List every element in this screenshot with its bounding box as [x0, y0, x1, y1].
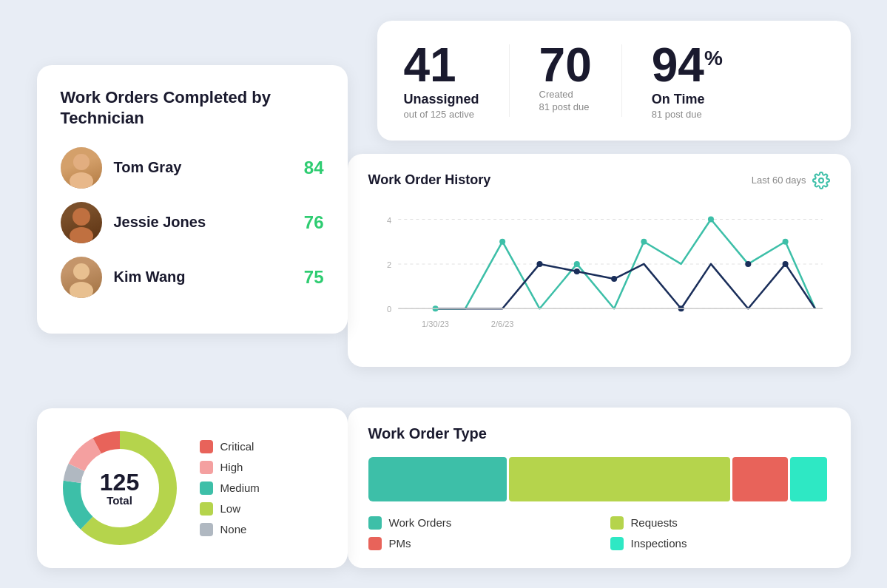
svg-point-19: [641, 238, 647, 244]
tech-name-kim: Kim Wang: [114, 268, 292, 285]
dashboard: 41 Unassigned out of 125 active 70 Creat…: [37, 21, 851, 568]
technician-card-title: Work Orders Completed by Technician: [61, 87, 324, 129]
avatar-tom: [61, 147, 102, 189]
svg-point-3: [72, 208, 90, 226]
legend-medium: Medium: [200, 481, 260, 495]
type-legend-work-orders: Work Orders: [368, 516, 588, 530]
type-legend-requests: Requests: [610, 516, 830, 530]
history-header: Work Order History Last 60 days: [368, 172, 830, 189]
stat-ontime-label: On Time: [652, 92, 723, 107]
stat-unassigned-sub: out of 125 active: [404, 109, 479, 120]
stats-card: 41 Unassigned out of 125 active 70 Creat…: [377, 21, 851, 141]
svg-text:4: 4: [387, 215, 391, 224]
type-label-requests: Requests: [631, 516, 678, 529]
legend-label-high: High: [220, 461, 243, 473]
bar-requests: [509, 457, 731, 501]
tech-row-jessie: Jessie Jones 76: [61, 202, 324, 243]
donut-total-number: 125: [100, 470, 139, 493]
tech-row-kim: Kim Wang 75: [61, 257, 324, 298]
work-order-type-card: Work Order Type Work Orders Requests PMs: [348, 408, 851, 568]
legend-critical: Critical: [200, 440, 260, 453]
tech-name-tom: Tom Gray: [114, 159, 292, 176]
stat-ontime-number: 94%: [652, 41, 723, 89]
history-meta: Last 60 days: [752, 172, 830, 189]
legend-dot-low: [200, 502, 213, 516]
legend-low: Low: [200, 502, 260, 516]
donut-total-label: Total: [100, 493, 139, 506]
svg-point-22: [536, 260, 542, 266]
tech-score-tom: 84: [304, 158, 324, 178]
svg-text:1/30/23: 1/30/23: [422, 320, 449, 328]
legend-high: High: [200, 461, 260, 474]
legend-label-medium: Medium: [220, 481, 260, 494]
svg-text:2: 2: [387, 260, 391, 268]
stat-unassigned: 41 Unassigned out of 125 active: [404, 41, 479, 120]
legend-label-critical: Critical: [220, 440, 254, 453]
svg-point-27: [782, 260, 788, 266]
tech-score-kim: 75: [304, 267, 324, 288]
svg-point-2: [73, 154, 90, 170]
donut-center: 125 Total: [100, 470, 139, 506]
svg-point-23: [573, 268, 579, 274]
svg-point-4: [70, 227, 93, 243]
stat-ontime-sub: 81 post due: [652, 109, 723, 120]
legend-dot-critical: [200, 440, 213, 453]
svg-point-21: [782, 238, 788, 244]
donut-chart: 125 Total: [61, 429, 179, 547]
type-legend: Work Orders Requests PMs Inspections: [368, 516, 830, 550]
legend-none: None: [200, 523, 260, 536]
stat-created-label: Created: [539, 89, 592, 100]
svg-point-20: [707, 216, 713, 222]
type-label-pms: PMs: [389, 537, 411, 550]
type-legend-inspections: Inspections: [610, 537, 830, 550]
svg-text:0: 0: [387, 305, 391, 314]
type-bar-chart: [368, 457, 830, 501]
tech-name-jessie: Jessie Jones: [114, 214, 292, 231]
tech-score-jessie: 76: [304, 212, 324, 233]
stat-created-number: 70: [539, 41, 592, 89]
type-legend-pms: PMs: [368, 537, 588, 550]
history-card: Work Order History Last 60 days 0 2 4: [348, 154, 851, 367]
legend-dot-none: [200, 523, 213, 536]
history-period: Last 60 days: [752, 175, 806, 186]
svg-point-24: [611, 276, 617, 282]
svg-point-26: [745, 260, 751, 266]
stat-unassigned-label: Unassigned: [404, 92, 479, 107]
svg-point-5: [73, 263, 90, 280]
work-order-type-title: Work Order Type: [368, 425, 830, 442]
history-title: Work Order History: [368, 172, 491, 188]
avatar-jessie: [61, 202, 102, 243]
svg-text:2/6/23: 2/6/23: [490, 320, 513, 328]
svg-point-6: [70, 282, 93, 298]
type-dot-requests: [610, 516, 624, 530]
type-dot-pms: [368, 537, 382, 550]
type-label-inspections: Inspections: [631, 537, 687, 550]
type-label-work-orders: Work Orders: [389, 516, 452, 529]
chart-area: 0 2 4 1/30/23 2/6/23: [368, 201, 830, 349]
stat-ontime: 94% On Time 81 post due: [652, 41, 723, 120]
legend-dot-high: [200, 461, 213, 474]
stat-divider-2: [621, 44, 622, 117]
svg-point-1: [70, 172, 93, 189]
svg-point-7: [819, 178, 823, 183]
bar-pms: [732, 457, 788, 501]
legend-label-low: Low: [220, 502, 241, 515]
donut-legend: Critical High Medium Low None: [200, 440, 260, 536]
stat-created: 70 Created 81 post due: [539, 41, 592, 120]
donut-card: 125 Total Critical High Medium Low: [37, 408, 348, 568]
bar-work-orders: [368, 457, 507, 501]
legend-dot-medium: [200, 481, 213, 495]
svg-point-18: [573, 260, 579, 266]
stat-created-sub: 81 post due: [539, 101, 592, 112]
stat-unassigned-number: 41: [404, 41, 479, 89]
stat-divider-1: [509, 44, 510, 117]
tech-row-tom: Tom Gray 84: [61, 147, 324, 189]
technician-card: Work Orders Completed by Technician Tom …: [37, 65, 348, 334]
svg-point-17: [499, 238, 505, 244]
avatar-kim: [61, 257, 102, 298]
settings-icon[interactable]: [812, 172, 830, 189]
type-dot-work-orders: [368, 516, 382, 530]
legend-label-none: None: [220, 523, 247, 535]
type-dot-inspections: [610, 537, 624, 550]
bar-inspections: [790, 457, 827, 501]
